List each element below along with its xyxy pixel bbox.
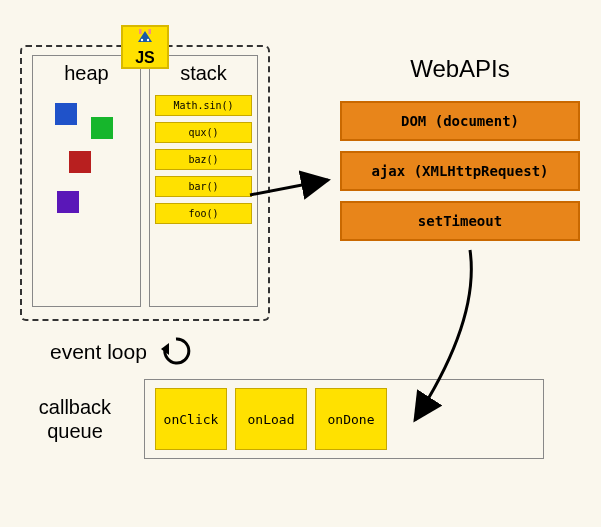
stack-frame: qux() — [155, 122, 252, 143]
event-loop-icon — [161, 335, 191, 369]
callback-queue-label: callback queue — [20, 395, 130, 443]
callback-item: onLoad — [235, 388, 307, 450]
svg-rect-2 — [139, 29, 142, 34]
top-row: JS heap stack Math.sin()qux()baz()bar()f… — [20, 15, 581, 321]
callback-item: onDone — [315, 388, 387, 450]
heap-body — [33, 95, 140, 306]
webapis-list: DOM (document)ajax (XMLHttpRequest)setTi… — [340, 101, 580, 241]
js-logo: JS — [121, 25, 169, 69]
stack-frame: foo() — [155, 203, 252, 224]
callback-queue-label-text: callback queue — [39, 396, 111, 442]
event-loop-label: event loop — [50, 340, 147, 364]
webapi-item: ajax (XMLHttpRequest) — [340, 151, 580, 191]
callback-queue-box: onClickonLoadonDone — [144, 379, 544, 459]
webapis-title: WebAPIs — [340, 55, 580, 83]
heap-panel: heap — [32, 55, 141, 307]
heap-title: heap — [64, 62, 109, 85]
stack-panel: stack Math.sin()qux()baz()bar()foo() — [149, 55, 258, 307]
stack-frame: baz() — [155, 149, 252, 170]
callback-item: onClick — [155, 388, 227, 450]
stack-frame: Math.sin() — [155, 95, 252, 116]
js-logo-text: JS — [135, 49, 155, 67]
callback-queue-row: callback queue onClickonLoadonDone — [20, 379, 581, 459]
heap-object — [69, 151, 91, 173]
stack-body: Math.sin()qux()baz()bar()foo() — [150, 95, 257, 232]
svg-point-1 — [147, 39, 149, 41]
webapis-section: WebAPIs DOM (document)ajax (XMLHttpReque… — [340, 55, 580, 251]
svg-rect-3 — [149, 29, 152, 34]
webapi-item: setTimeout — [340, 201, 580, 241]
event-loop-row: event loop — [50, 335, 581, 369]
webapi-item: DOM (document) — [340, 101, 580, 141]
stack-frame: bar() — [155, 176, 252, 197]
heap-object — [57, 191, 79, 213]
heap-object — [55, 103, 77, 125]
svg-point-0 — [141, 39, 143, 41]
heap-object — [91, 117, 113, 139]
stack-title: stack — [180, 62, 227, 85]
js-mascot-icon — [134, 29, 156, 49]
js-engine-box: JS heap stack Math.sin()qux()baz()bar()f… — [20, 45, 270, 321]
